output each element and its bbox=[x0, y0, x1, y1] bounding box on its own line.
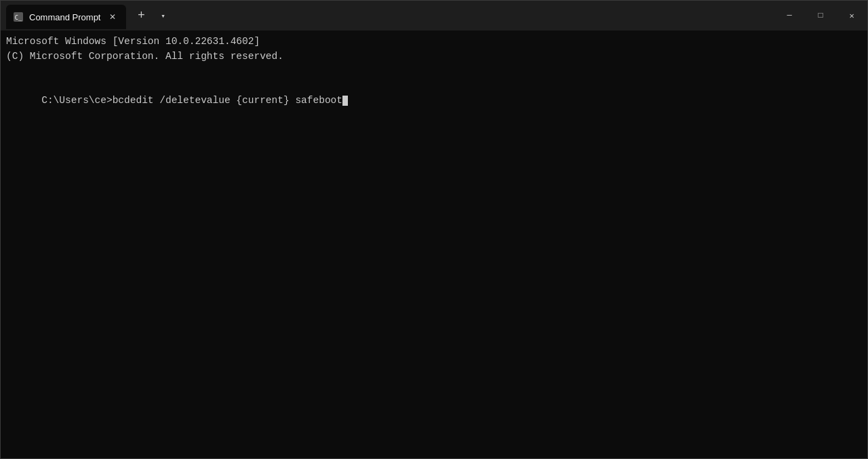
title-bar: C_ Command Prompt ✕ + ▾ ─ bbox=[1, 1, 867, 31]
close-button[interactable]: ✕ bbox=[836, 1, 867, 31]
cursor bbox=[342, 96, 348, 106]
title-bar-actions: + ▾ bbox=[126, 5, 176, 26]
svg-text:C_: C_ bbox=[15, 14, 22, 21]
terminal-window: C_ Command Prompt ✕ + ▾ ─ bbox=[0, 0, 868, 459]
maximize-button[interactable]: □ bbox=[805, 1, 836, 31]
terminal-body[interactable]: Microsoft Windows [Version 10.0.22631.46… bbox=[1, 31, 867, 458]
terminal-line-1: Microsoft Windows [Version 10.0.22631.46… bbox=[6, 35, 862, 49]
active-tab[interactable]: C_ Command Prompt ✕ bbox=[6, 5, 126, 29]
minimize-button[interactable]: ─ bbox=[774, 1, 805, 31]
terminal-line-3 bbox=[6, 64, 862, 79]
new-tab-button[interactable]: + bbox=[130, 5, 152, 26]
tab-dropdown-button[interactable]: ▾ bbox=[153, 6, 172, 25]
terminal-icon: C_ bbox=[13, 12, 24, 22]
terminal-line-4: C:\Users\ce>bcdedit /deletevalue {curren… bbox=[6, 79, 862, 123]
window-controls: ─ □ ✕ bbox=[774, 1, 867, 31]
tab-area: C_ Command Prompt ✕ + ▾ bbox=[6, 1, 774, 31]
tab-title: Command Prompt bbox=[29, 12, 100, 22]
tab-close-button[interactable]: ✕ bbox=[106, 10, 119, 24]
terminal-line-2: (C) Microsoft Corporation. All rights re… bbox=[6, 49, 862, 64]
